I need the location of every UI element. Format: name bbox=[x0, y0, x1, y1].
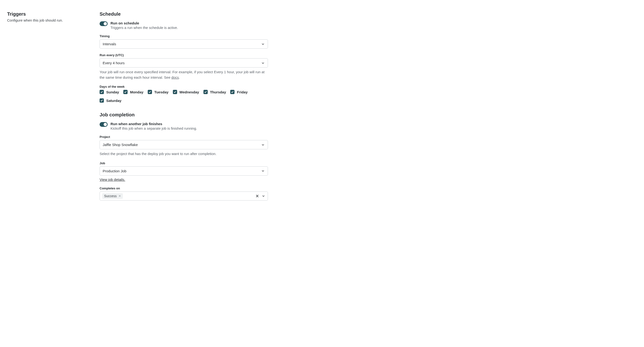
project-label: Project bbox=[100, 135, 268, 139]
project-select[interactable]: Jaffle Shop Snowflake bbox=[100, 140, 268, 149]
completes-on-controls bbox=[255, 194, 265, 198]
day-monday: Monday bbox=[123, 90, 144, 94]
run-when-finishes-text: Run when another job finishes Kickoff th… bbox=[110, 122, 197, 130]
day-tuesday: Tuesday bbox=[148, 90, 168, 94]
day-wednesday: Wednesday bbox=[173, 90, 199, 94]
sidebar-title: Triggers bbox=[7, 11, 90, 17]
timing-value: Intervals bbox=[103, 42, 116, 46]
completes-on-tag-label: Success bbox=[104, 194, 117, 198]
completes-on-field: Completes on Success ✕ bbox=[100, 187, 268, 201]
schedule-heading: Schedule bbox=[100, 11, 268, 17]
chevron-down-icon bbox=[261, 42, 265, 46]
run-on-schedule-row: Run on schedule Triggers a run when the … bbox=[100, 21, 268, 30]
day-tuesday-checkbox[interactable] bbox=[148, 90, 152, 94]
job-label: Job bbox=[100, 161, 268, 165]
check-icon bbox=[148, 90, 151, 93]
run-every-helper: Your job will run once every specified i… bbox=[100, 69, 268, 80]
sidebar-description: Configure when this job should run. bbox=[7, 18, 90, 22]
completes-on-select[interactable]: Success ✕ bbox=[100, 192, 268, 201]
day-wednesday-label: Wednesday bbox=[180, 90, 199, 94]
check-icon bbox=[231, 90, 234, 93]
chevron-down-icon bbox=[261, 169, 265, 173]
clear-icon[interactable] bbox=[255, 194, 259, 198]
check-icon bbox=[124, 90, 127, 93]
days-row: Sunday Monday Tuesday Wednesday Thursday bbox=[100, 90, 268, 103]
run-when-finishes-row: Run when another job finishes Kickoff th… bbox=[100, 122, 268, 130]
day-thursday-checkbox[interactable] bbox=[204, 90, 208, 94]
remove-tag-icon[interactable]: ✕ bbox=[118, 194, 121, 198]
job-select[interactable]: Production Job bbox=[100, 166, 268, 176]
job-value: Production Job bbox=[103, 169, 126, 173]
view-job-details-row: View job details. bbox=[100, 178, 268, 182]
day-sunday-label: Sunday bbox=[106, 90, 119, 94]
day-saturday-checkbox[interactable] bbox=[100, 98, 104, 103]
day-wednesday-checkbox[interactable] bbox=[173, 90, 177, 94]
run-every-select[interactable]: Every 4 hours bbox=[100, 58, 268, 67]
run-every-label: Run every (UTC) bbox=[100, 53, 268, 57]
timing-label: Timing bbox=[100, 34, 268, 38]
check-icon bbox=[174, 90, 176, 93]
run-when-finishes-toggle[interactable] bbox=[100, 122, 108, 127]
run-on-schedule-title: Run on schedule bbox=[110, 21, 178, 25]
check-icon bbox=[100, 99, 103, 102]
project-helper: Select the project that has the deploy j… bbox=[100, 151, 268, 157]
day-friday-checkbox[interactable] bbox=[230, 90, 234, 94]
run-every-field: Run every (UTC) Every 4 hours Your job w… bbox=[100, 53, 268, 80]
day-saturday: Saturday bbox=[100, 98, 122, 103]
job-field: Job Production Job bbox=[100, 161, 268, 176]
chevron-down-icon bbox=[261, 61, 265, 65]
day-monday-label: Monday bbox=[130, 90, 144, 94]
view-job-details-link[interactable]: View job details. bbox=[100, 178, 125, 182]
run-on-schedule-toggle[interactable] bbox=[100, 21, 108, 26]
run-when-finishes-description: Kickoff this job when a separate job is … bbox=[110, 126, 197, 130]
run-every-helper-post: . bbox=[179, 75, 180, 79]
job-completion-heading: Job completion bbox=[100, 112, 268, 118]
run-every-helper-pre: Your job will run once every specified i… bbox=[100, 70, 264, 79]
triggers-main: Schedule Run on schedule Triggers a run … bbox=[100, 11, 268, 205]
run-when-finishes-title: Run when another job finishes bbox=[110, 122, 197, 126]
days-field: Days of the week Sunday Monday Tuesday W… bbox=[100, 85, 268, 103]
run-on-schedule-description: Triggers a run when the schedule is acti… bbox=[110, 25, 178, 30]
day-thursday: Thursday bbox=[204, 90, 226, 94]
timing-field: Timing Intervals bbox=[100, 34, 268, 48]
day-tuesday-label: Tuesday bbox=[154, 90, 168, 94]
project-field: Project Jaffle Shop Snowflake Select the… bbox=[100, 135, 268, 157]
docs-link[interactable]: docs bbox=[172, 75, 179, 79]
day-monday-checkbox[interactable] bbox=[123, 90, 128, 94]
chevron-down-icon[interactable] bbox=[262, 194, 265, 198]
project-value: Jaffle Shop Snowflake bbox=[103, 143, 138, 147]
chevron-down-icon bbox=[261, 143, 265, 147]
triggers-sidebar: Triggers Configure when this job should … bbox=[7, 11, 90, 205]
day-friday: Friday bbox=[230, 90, 248, 94]
day-sunday: Sunday bbox=[100, 90, 119, 94]
day-sunday-checkbox[interactable] bbox=[100, 90, 104, 94]
completes-on-label: Completes on bbox=[100, 187, 268, 190]
check-icon bbox=[100, 90, 103, 93]
day-saturday-label: Saturday bbox=[106, 99, 122, 103]
check-icon bbox=[204, 90, 207, 93]
run-every-value: Every 4 hours bbox=[103, 61, 125, 65]
day-thursday-label: Thursday bbox=[210, 90, 226, 94]
timing-select[interactable]: Intervals bbox=[100, 39, 268, 48]
completes-on-tag: Success ✕ bbox=[102, 193, 123, 199]
run-on-schedule-text: Run on schedule Triggers a run when the … bbox=[110, 21, 178, 30]
days-label: Days of the week bbox=[100, 85, 268, 88]
day-friday-label: Friday bbox=[237, 90, 248, 94]
